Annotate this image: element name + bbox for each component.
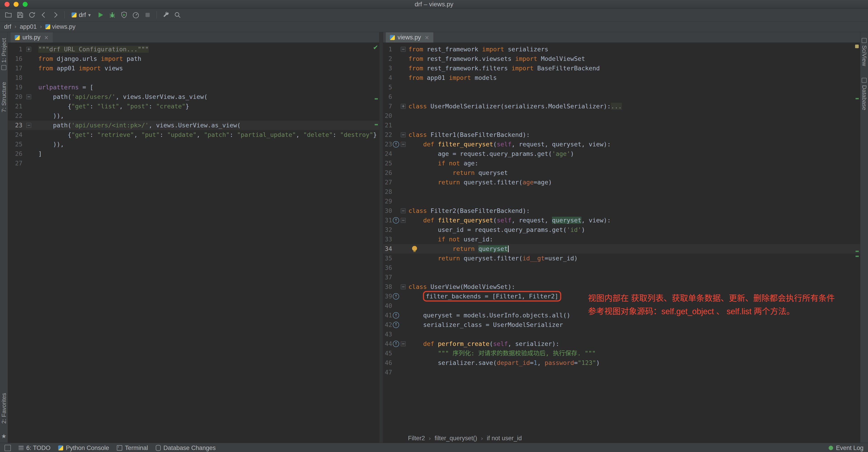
code-line[interactable]: 46 serializer.save(depart_id=1, password… <box>383 358 860 367</box>
line-number[interactable]: 23 <box>8 121 23 130</box>
close-icon[interactable] <box>44 34 49 41</box>
code-line[interactable]: 25 )), <box>8 139 379 149</box>
gutter[interactable]: 46 <box>383 358 407 367</box>
code-text[interactable]: return queryset.filter(age=age) <box>407 177 860 187</box>
fold-toggle[interactable]: − <box>401 218 406 223</box>
code-line[interactable]: 20− path('api/users/', views.UserView.as… <box>8 92 379 102</box>
line-number[interactable]: 19 <box>8 83 23 92</box>
fold-toggle[interactable]: − <box>401 47 406 52</box>
code-line[interactable]: 25 if not age: <box>383 159 860 168</box>
gutter[interactable]: 23↑− <box>383 139 407 149</box>
line-number[interactable]: 43 <box>383 330 392 339</box>
line-number[interactable]: 47 <box>383 367 392 377</box>
code-line[interactable]: 24 age = request.query_params.get('age') <box>383 149 860 159</box>
code-text[interactable]: return queryset.filter(id__gt=user_id) <box>407 254 860 263</box>
code-line[interactable]: 34 return queryset <box>383 244 860 254</box>
inspection-indicator-icon[interactable] <box>855 44 859 48</box>
code-line[interactable]: 4from app01 import models <box>383 73 860 83</box>
line-number[interactable]: 45 <box>383 349 392 358</box>
tool-window-button-python-console[interactable]: Python Console <box>58 445 109 452</box>
run-with-coverage-icon[interactable] <box>119 10 129 20</box>
code-text[interactable]: class UserModelSerializer(serializers.Mo… <box>407 102 860 111</box>
line-number[interactable]: 1 <box>383 44 392 54</box>
code-line[interactable]: 37 <box>383 272 860 282</box>
gutter[interactable]: 36 <box>383 263 407 272</box>
override-icon[interactable]: ↑ <box>393 141 399 148</box>
gutter[interactable]: 32 <box>383 225 407 235</box>
occurrence-marker[interactable] <box>856 256 859 257</box>
code-line[interactable]: 27 return queryset.filter(age=age) <box>383 177 860 187</box>
line-number[interactable]: 27 <box>8 159 23 168</box>
line-number[interactable]: 36 <box>383 263 392 272</box>
code-line[interactable]: 1−from rest_framework import serializers <box>383 44 860 54</box>
fold-toggle[interactable]: − <box>401 342 406 346</box>
gutter[interactable]: 24 <box>8 130 35 139</box>
code-text[interactable]: from django.urls import path <box>35 54 379 64</box>
code-text[interactable] <box>407 367 860 377</box>
run-icon[interactable] <box>95 10 106 20</box>
code-text[interactable]: {"get": "list", "post": "create"} <box>35 102 379 111</box>
gutter[interactable]: 1− <box>383 44 407 54</box>
gutter[interactable]: 26 <box>8 149 35 159</box>
line-number[interactable]: 39 <box>383 292 392 301</box>
code-text[interactable]: from rest_framework.viewsets import Mode… <box>407 54 860 64</box>
gutter[interactable]: 6 <box>383 92 407 102</box>
gutter[interactable]: 21 <box>8 102 35 111</box>
breadcrumb-package[interactable]: app01 <box>20 23 37 30</box>
override-icon[interactable]: ↑ <box>393 322 399 328</box>
code-text[interactable] <box>407 197 860 206</box>
line-number[interactable]: 24 <box>383 149 392 159</box>
code-text[interactable] <box>407 330 860 339</box>
gutter[interactable]: 23− <box>8 121 35 130</box>
code-text[interactable] <box>407 263 860 272</box>
tab-views-py[interactable]: views.py <box>386 32 433 42</box>
fold-toggle[interactable]: + <box>26 47 31 52</box>
breadcrumb-file[interactable]: views.py <box>45 23 75 30</box>
settings-wrench-icon[interactable] <box>160 10 171 20</box>
profiler-icon[interactable] <box>131 10 141 20</box>
gutter[interactable]: 3 <box>383 64 407 73</box>
gutter[interactable]: 25 <box>8 139 35 149</box>
override-icon[interactable]: ↑ <box>393 217 399 224</box>
tool-window-button-structure[interactable]: 7: Structure <box>0 82 7 112</box>
code-line[interactable]: 42↑ serializer_class = UserModelSerializ… <box>383 320 860 330</box>
code-text[interactable]: class UserView(ModelViewSet): <box>407 282 860 292</box>
gutter[interactable]: 25 <box>383 159 407 168</box>
code-text[interactable]: from rest_framework.filters import BaseF… <box>407 64 860 73</box>
gutter[interactable]: 30− <box>383 206 407 216</box>
code-text[interactable]: path('api/users/', views.UserView.as_vie… <box>35 92 379 102</box>
gutter[interactable]: 42↑ <box>383 320 407 330</box>
line-number[interactable]: 42 <box>383 320 392 330</box>
gutter[interactable]: 40 <box>383 301 407 311</box>
urls-editor[interactable]: 1+"""drf URL Configuration..."""16from d… <box>8 43 379 443</box>
change-marker[interactable] <box>375 124 378 125</box>
gutter[interactable]: 2 <box>383 54 407 64</box>
event-log-button[interactable]: Event Log <box>829 445 864 452</box>
stop-icon[interactable] <box>143 10 153 20</box>
code-line[interactable]: 7+class UserModelSerializer(serializers.… <box>383 102 860 111</box>
right-error-stripe[interactable] <box>854 43 860 434</box>
code-text[interactable]: if not age: <box>407 159 860 168</box>
code-line[interactable]: 1+"""drf URL Configuration...""" <box>8 44 379 54</box>
code-line[interactable]: 21 <box>383 121 860 130</box>
code-line[interactable]: 2from rest_framework.viewsets import Mod… <box>383 54 860 64</box>
tool-window-button-project[interactable]: 1: Project <box>0 38 7 70</box>
fold-toggle[interactable]: − <box>26 123 31 128</box>
line-number[interactable]: 41 <box>383 311 392 320</box>
code-text[interactable]: serializer.save(depart_id=1, password="1… <box>407 358 860 367</box>
open-icon[interactable] <box>3 10 13 20</box>
gutter[interactable]: 28 <box>383 187 407 197</box>
gutter[interactable]: 44↑− <box>383 339 407 349</box>
fold-toggle[interactable]: − <box>26 94 31 99</box>
line-number[interactable]: 2 <box>383 54 392 64</box>
code-text[interactable] <box>407 111 860 121</box>
code-line[interactable]: 3from rest_framework.filters import Base… <box>383 64 860 73</box>
code-line[interactable]: 22 )), <box>8 111 379 121</box>
line-number[interactable]: 4 <box>383 73 392 83</box>
code-text[interactable] <box>407 83 860 92</box>
code-text[interactable]: path('api/users/<int:pk>/', views.UserVi… <box>35 121 379 130</box>
code-text[interactable]: def filter_queryset(self, request, query… <box>407 139 860 149</box>
gutter[interactable]: 19 <box>8 83 35 92</box>
gutter[interactable]: 29 <box>383 197 407 206</box>
line-number[interactable]: 31 <box>383 216 392 225</box>
